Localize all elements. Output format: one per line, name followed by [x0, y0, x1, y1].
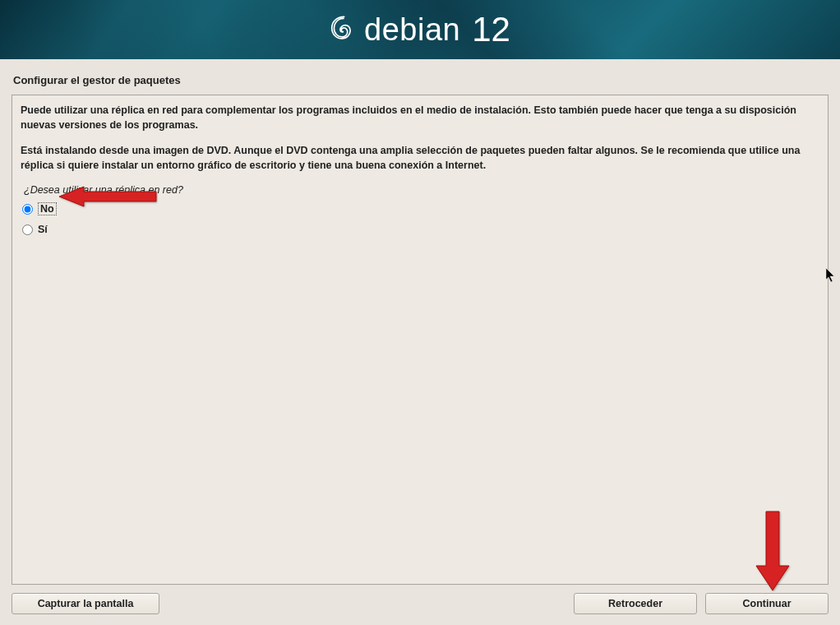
- description-para-1: Puede utilizar una réplica en red para c…: [21, 104, 819, 132]
- description-para-2: Está instalando desde una imagen de DVD.…: [21, 144, 819, 173]
- header-title-group: debian 12: [330, 10, 510, 49]
- button-group-right: Retroceder Continuar: [574, 593, 828, 614]
- installer-header: debian 12: [0, 0, 840, 59]
- debian-logo-icon: [330, 16, 358, 44]
- description-block-2: Está instalando desde una imagen de DVD.…: [21, 144, 819, 173]
- radio-group: No Sí: [22, 202, 819, 235]
- page-title: Configurar el gestor de paquetes: [12, 71, 828, 95]
- button-bar: Capturar la pantalla Retroceder Continua…: [0, 585, 840, 623]
- question-label: ¿Desea utilizar una réplica en red?: [24, 184, 819, 196]
- content-area: Configurar el gestor de paquetes Puede u…: [0, 59, 840, 585]
- back-button[interactable]: Retroceder: [574, 593, 697, 614]
- radio-yes[interactable]: [22, 225, 33, 235]
- screenshot-button[interactable]: Capturar la pantalla: [12, 593, 159, 614]
- main-panel: Puede utilizar una réplica en red para c…: [12, 95, 828, 585]
- radio-no[interactable]: [22, 204, 33, 215]
- radio-label-yes: Sí: [38, 224, 48, 235]
- description-block-1: Puede utilizar una réplica en red para c…: [21, 104, 819, 132]
- radio-option-no[interactable]: No: [22, 202, 819, 215]
- radio-label-no: No: [38, 202, 57, 215]
- version-text: 12: [472, 10, 510, 49]
- brand-text: debian: [364, 12, 460, 48]
- continue-button[interactable]: Continuar: [705, 593, 828, 614]
- radio-option-yes[interactable]: Sí: [22, 224, 819, 235]
